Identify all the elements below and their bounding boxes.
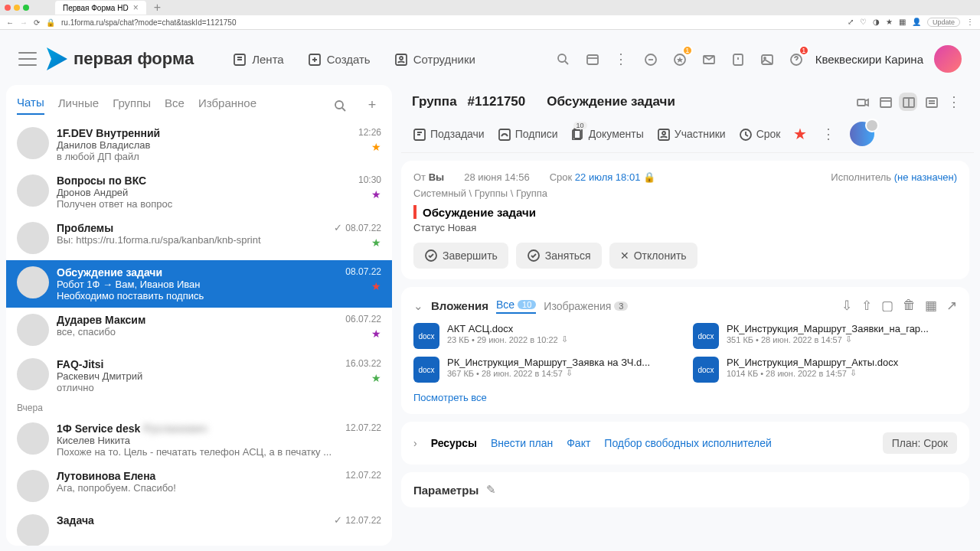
file-item[interactable]: docx РК_Инструкция_Маршрут_Акты.docx 101… [693,357,957,383]
download-icon[interactable]: ⇩ [845,334,852,344]
chat-item[interactable]: Лутовинова Елена Ага, попробуем. Спасибо… [6,464,392,508]
calendar-icon[interactable] [583,50,601,68]
action-documents[interactable]: 10Документы [570,126,644,142]
reject-button[interactable]: ✕Отклонить [609,243,697,269]
star-icon[interactable]: ★ [371,141,381,153]
action-signatures[interactable]: Подписи [497,127,558,141]
url-bar[interactable]: ru.1forma.ru/spa/chat?mode=chat&taskId=1… [61,18,841,27]
external-link-icon[interactable]: ↗ [946,298,957,314]
browser-icon[interactable]: ⤢ [848,18,854,27]
star-icon[interactable]: ★ [371,188,381,201]
file-item[interactable]: docx АКТ АСЦ.docx 23 КБ • 29 июн. 2022 в… [413,323,678,349]
file-item[interactable]: docx РК_Инструкция_Маршрут_Заявка на ЗЧ.… [413,357,678,383]
video-icon[interactable] [853,93,871,111]
chevron-down-icon[interactable]: ⌄ [413,299,423,313]
tab-favorites[interactable]: Избранное [198,96,256,114]
browser-icon[interactable]: ▦ [899,18,906,27]
chat-item[interactable]: Обсуждение задачи Робот 1Ф → Вам, Иванов… [6,260,392,308]
search-icon[interactable] [554,50,572,68]
tab-close-icon[interactable]: × [133,2,139,13]
help-icon[interactable]: 1 [786,50,805,68]
edit-icon[interactable]: ✎ [486,483,496,497]
star-icon[interactable]: ★ [371,328,381,340]
browser-icon[interactable]: ◑ [873,18,880,27]
tab-chats[interactable]: Чаты [17,96,44,115]
fact-link[interactable]: Факт [567,437,590,449]
nav-employees[interactable]: Сотрудники [386,49,483,69]
archive-icon[interactable]: ▢ [881,298,893,314]
star-icon[interactable]: ★ [371,280,381,292]
file-item[interactable]: docx РК_Инструкция_Маршрут_Заявки_на_гар… [693,323,957,349]
tab-all[interactable]: Все [165,96,185,114]
download-icon[interactable]: ⇩ [561,334,568,344]
chevron-right-icon[interactable]: › [413,437,417,449]
new-tab-icon[interactable]: + [154,1,161,15]
window-minimize[interactable] [14,5,20,11]
star-icon[interactable]: ★ [371,236,381,249]
action-subtasks[interactable]: Подзадачи [412,127,485,141]
chat-avatar [17,174,49,207]
browser-menu-icon[interactable]: ⋮ [966,18,974,27]
executor-value[interactable]: (не назначен) [894,171,957,183]
browser-icon[interactable]: ★ [886,18,893,27]
chat-item[interactable]: Проблемы Вы: https://ru.1forma.ru/spa/ka… [6,216,392,260]
chat-item[interactable]: Дударев Максим все, спасибо 06.07.22 ★ [6,308,392,352]
mute-icon[interactable] [641,50,659,68]
chat-item[interactable]: 1F.DEV Внутренний Данилов Владислав в лю… [6,121,392,168]
view-all-link[interactable]: Посмотреть все [413,392,957,403]
columns-icon[interactable] [899,93,917,111]
hamburger-icon[interactable] [18,52,37,66]
deadline-value[interactable]: 22 июля 18:01 [575,171,641,183]
action-deadline[interactable]: Срок [738,127,781,141]
filter-all[interactable]: Все 10 [496,298,536,314]
more-icon[interactable]: ⋮ [612,50,630,68]
download-all-icon[interactable]: ⇩ [841,298,852,314]
upload-icon[interactable]: ⇧ [861,298,872,314]
alert-icon[interactable] [728,50,746,68]
more-icon[interactable]: ⋮ [819,125,838,143]
tab-groups[interactable]: Группы [113,96,151,114]
nav-back-icon[interactable]: ← [6,18,14,27]
complete-button[interactable]: Завершить [413,243,508,269]
plan-chip[interactable]: План: Срок [883,432,957,454]
add-plan-link[interactable]: Внести план [491,437,553,449]
browser-profile-icon[interactable]: 👤 [912,18,921,27]
nav-reload-icon[interactable]: ⟳ [34,18,40,27]
more-icon[interactable]: ⋮ [945,93,963,111]
star-notifications-icon[interactable]: 1 [670,50,688,68]
take-button[interactable]: Заняться [516,243,602,269]
filter-images[interactable]: Изображения 3 [544,300,628,312]
chat-item[interactable]: FAQ-Jitsi Раскевич Дмитрий отлично 16.03… [6,352,392,399]
list-icon[interactable] [922,93,940,111]
breadcrumb[interactable]: Системный \ Группы \ Группа [413,187,957,199]
trash-icon[interactable]: 🗑 [903,298,916,314]
chat-item[interactable]: 1Ф Service desk Русланович Киселев Никит… [6,416,392,464]
username[interactable]: Квеквескири Карина [815,53,923,66]
chat-item[interactable]: Вопросы по ВКС Дронов Андрей Получен отв… [6,168,392,216]
window-maximize[interactable] [23,5,29,11]
user-avatar[interactable] [934,45,962,73]
app-logo[interactable]: первая форма [44,47,194,70]
download-icon[interactable]: ⇩ [566,368,573,378]
browser-update-button[interactable]: Update [927,18,960,27]
nav-create[interactable]: Создать [299,49,378,69]
add-icon[interactable]: + [363,96,381,115]
pick-executors-link[interactable]: Подбор свободных исполнителей [604,437,772,449]
qr-icon[interactable]: ▦ [925,298,937,314]
inbox-icon[interactable] [699,50,717,68]
star-icon[interactable]: ★ [371,372,381,384]
chat-item[interactable]: Задача ✓12.07.22 [6,508,392,546]
favorite-star-icon[interactable]: ★ [793,125,807,143]
image-icon[interactable] [757,50,776,68]
action-participants[interactable]: Участники [656,127,726,141]
window-icon[interactable] [876,93,894,111]
tab-personal[interactable]: Личные [58,96,99,114]
search-icon[interactable] [331,96,349,115]
nav-forward-icon[interactable]: → [20,18,28,27]
download-icon[interactable]: ⇩ [850,368,857,378]
window-close[interactable] [5,5,11,11]
browser-tab[interactable]: Первая Форма HD × [55,1,146,15]
nav-feed[interactable]: Лента [224,49,292,69]
browser-icon[interactable]: ♡ [860,18,867,27]
participants-avatars[interactable]: 3 [850,122,874,146]
